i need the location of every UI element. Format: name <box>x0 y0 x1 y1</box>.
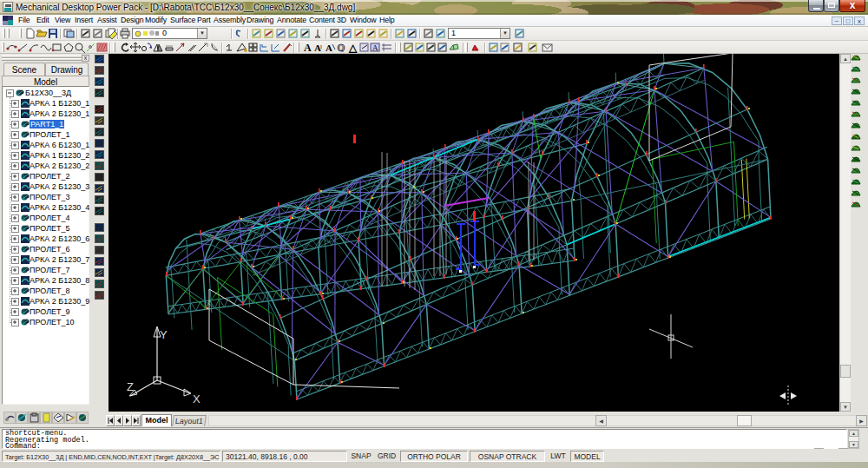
svg-text:l: l <box>320 43 322 50</box>
svg-text:A: A <box>372 43 378 52</box>
svg-text:Y: Y <box>160 328 168 341</box>
svg-text:Z: Z <box>127 380 134 393</box>
svg-text:X: X <box>193 392 201 405</box>
svg-text:A: A <box>326 43 332 53</box>
svg-text:Q: Q <box>339 44 344 52</box>
svg-text:△: △ <box>348 42 358 53</box>
svg-text:A: A <box>304 42 312 53</box>
